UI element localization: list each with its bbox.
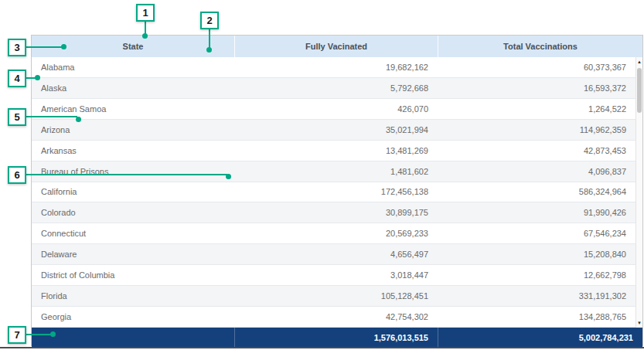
- cell-state: Bureau of Prisons: [32, 161, 234, 182]
- cell-fully-vaccinated: 42,754,302: [234, 307, 438, 327]
- cell-fully-vaccinated: 20,569,233: [234, 223, 438, 243]
- callout-1-dot: [142, 33, 148, 39]
- callout-1: 1: [136, 4, 155, 22]
- callout-6: 6: [8, 166, 26, 184]
- callout-3-dot: [61, 44, 66, 49]
- cell-state: Alabama: [32, 57, 234, 77]
- cell-fully-vaccinated: 105,128,451: [234, 286, 438, 306]
- summary-row: 1,576,013,515 5,002,784,231: [32, 328, 642, 347]
- table-row[interactable]: Alabama19,682,16260,373,367: [32, 57, 642, 78]
- table-row[interactable]: Delaware4,656,49715,208,840: [32, 244, 642, 265]
- cell-state: Florida: [32, 286, 234, 306]
- table-row[interactable]: American Samoa426,0701,264,522: [32, 99, 642, 120]
- cell-total-vaccinations: 1,264,522: [438, 99, 635, 119]
- cell-total-vaccinations: 15,208,840: [438, 244, 635, 264]
- scroll-down-icon[interactable]: ▼: [636, 318, 642, 328]
- cell-state: Delaware: [32, 244, 234, 264]
- cell-total-vaccinations: 134,288,765: [438, 307, 635, 327]
- table-row[interactable]: Connecticut20,569,23367,546,234: [32, 223, 642, 244]
- cell-total-vaccinations: 586,324,964: [438, 182, 635, 202]
- summary-cell-state: [32, 328, 234, 347]
- cell-state: Connecticut: [32, 223, 234, 243]
- cell-fully-vaccinated: 19,682,162: [234, 57, 438, 77]
- table-body: Alabama19,682,16260,373,367Alaska5,792,6…: [32, 57, 642, 328]
- callout-2: 2: [200, 12, 219, 29]
- attribute-table: State Fully Vacinated Total Vaccinations…: [31, 35, 643, 346]
- callout-7: 7: [8, 326, 26, 344]
- callout-4: 4: [8, 70, 26, 87]
- cell-total-vaccinations: 42,873,453: [438, 141, 635, 161]
- cell-state: Colorado: [32, 202, 234, 223]
- callout-5-line: [26, 116, 77, 117]
- table-row[interactable]: Florida105,128,451331,191,302: [32, 286, 642, 307]
- callout-5-dot: [76, 117, 81, 122]
- widget-bottom-border: [0, 347, 644, 348]
- callout-7-dot: [50, 331, 56, 337]
- callout-5: 5: [8, 108, 26, 126]
- cell-fully-vaccinated: 4,656,497: [234, 244, 438, 264]
- cell-state: District of Columbia: [32, 265, 234, 285]
- table-row[interactable]: Georgia42,754,302134,288,765: [32, 307, 642, 328]
- cell-fully-vaccinated: 35,021,994: [234, 120, 438, 140]
- cell-total-vaccinations: 114,962,359: [438, 120, 635, 140]
- summary-cell-fully-vaccinated: 1,576,013,515: [234, 328, 438, 347]
- callout-3-line: [26, 46, 63, 48]
- cell-total-vaccinations: 331,191,302: [438, 286, 635, 306]
- scroll-up-icon[interactable]: ▲: [636, 57, 642, 66]
- callout-1-line: [145, 22, 146, 34]
- cell-total-vaccinations: 91,990,426: [438, 202, 635, 223]
- cell-fully-vaccinated: 1,481,602: [234, 161, 438, 182]
- callout-7-line: [26, 334, 52, 335]
- cell-fully-vaccinated: 5,792,668: [234, 78, 438, 98]
- callout-2-line: [209, 29, 210, 49]
- cell-total-vaccinations: 4,096,837: [438, 161, 635, 182]
- cell-fully-vaccinated: 426,070: [234, 99, 438, 119]
- cell-state: California: [32, 182, 234, 202]
- table-row[interactable]: Arkansas13,481,26942,873,453: [32, 141, 642, 161]
- callout-3: 3: [8, 39, 26, 56]
- cell-fully-vaccinated: 172,456,138: [234, 182, 438, 202]
- cell-state: Arizona: [32, 120, 234, 140]
- scrollbar-thumb[interactable]: [637, 68, 642, 113]
- table-row[interactable]: Alaska5,792,66816,593,372: [32, 78, 642, 99]
- table-row[interactable]: District of Columbia3,018,44712,662,798: [32, 265, 642, 286]
- annotated-screenshot: State Fully Vacinated Total Vaccinations…: [0, 0, 644, 350]
- cell-state: Arkansas: [32, 141, 234, 161]
- column-header-fully-vaccinated[interactable]: Fully Vacinated: [234, 36, 438, 57]
- cell-fully-vaccinated: 30,899,175: [234, 202, 438, 223]
- callout-2-dot: [206, 47, 212, 53]
- table-row[interactable]: Colorado30,899,17591,990,426: [32, 202, 642, 223]
- cell-total-vaccinations: 12,662,798: [438, 265, 635, 285]
- cell-total-vaccinations: 60,373,367: [438, 57, 635, 77]
- cell-fully-vaccinated: 3,018,447: [234, 265, 438, 285]
- cell-state: Georgia: [32, 307, 234, 327]
- summary-cell-total-vaccinations: 5,002,784,231: [438, 328, 642, 347]
- cell-state: Alaska: [32, 78, 234, 98]
- table-row[interactable]: Bureau of Prisons1,481,6024,096,837: [32, 161, 642, 182]
- cell-fully-vaccinated: 13,481,269: [234, 141, 438, 161]
- scrollbar-track[interactable]: [636, 66, 642, 318]
- callout-4-dot: [35, 75, 40, 80]
- cell-total-vaccinations: 67,546,234: [438, 223, 635, 243]
- table-header: State Fully Vacinated Total Vaccinations: [32, 36, 642, 57]
- table-row[interactable]: California172,456,138586,324,964: [32, 182, 642, 203]
- callout-6-dot: [226, 174, 231, 179]
- cell-total-vaccinations: 16,593,372: [438, 78, 635, 98]
- callout-6-line: [26, 174, 227, 175]
- table-row[interactable]: Arizona35,021,994114,962,359: [32, 120, 642, 141]
- vertical-scrollbar[interactable]: ▲ ▼: [635, 57, 642, 328]
- column-header-total-vaccinations[interactable]: Total Vaccinations: [438, 36, 642, 57]
